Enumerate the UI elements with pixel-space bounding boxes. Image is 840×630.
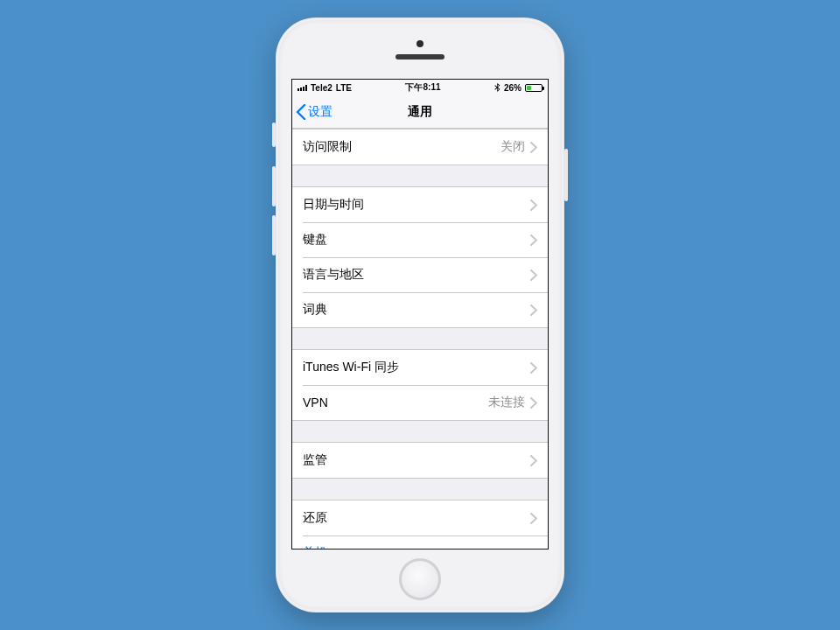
chevron-right-icon <box>530 234 537 246</box>
chevron-right-icon <box>530 142 537 153</box>
row-profiles[interactable]: 监管 <box>292 443 548 478</box>
row-dictionary[interactable]: 词典 <box>292 292 548 327</box>
row-date-time[interactable]: 日期与时间 <box>292 187 548 222</box>
battery-icon <box>525 84 542 92</box>
iphone-device-frame: Tele2 LTE 下午8:11 26% 设置 通用 <box>276 18 564 612</box>
row-restrictions[interactable]: 访问限制 关闭 <box>292 130 548 164</box>
row-label: 监管 <box>303 452 327 468</box>
back-button[interactable]: 设置 <box>292 104 332 120</box>
row-shutdown[interactable]: 关机 <box>292 536 548 549</box>
row-label: 键盘 <box>303 232 327 248</box>
row-label: 日期与时间 <box>303 197 364 213</box>
row-keyboard[interactable]: 键盘 <box>292 222 548 257</box>
row-label: VPN <box>303 396 328 410</box>
row-label: 关机 <box>303 545 327 549</box>
row-language-region[interactable]: 语言与地区 <box>292 257 548 292</box>
row-reset[interactable]: 还原 <box>292 500 548 536</box>
row-label: 语言与地区 <box>303 267 364 283</box>
screen: Tele2 LTE 下午8:11 26% 设置 通用 <box>291 79 549 550</box>
back-label: 设置 <box>308 104 332 120</box>
row-value: 未连接 <box>488 395 537 410</box>
status-right: 26% <box>494 83 542 93</box>
chevron-right-icon <box>530 200 537 211</box>
status-time: 下午8:11 <box>405 81 440 94</box>
network-label: LTE <box>336 83 352 93</box>
row-label: iTunes Wi-Fi 同步 <box>303 360 399 375</box>
row-label: 访问限制 <box>303 139 352 155</box>
chevron-right-icon <box>530 362 537 374</box>
status-left: Tele2 LTE <box>298 83 352 93</box>
group-reset: 还原 关机 <box>292 500 548 549</box>
volume-down-button <box>272 215 276 256</box>
row-label: 还原 <box>303 510 327 526</box>
group-spacer <box>292 165 548 186</box>
battery-percent: 26% <box>504 83 522 93</box>
group-spacer <box>292 421 548 442</box>
group-spacer <box>292 328 548 349</box>
signal-icon <box>298 84 307 91</box>
group-network: iTunes Wi-Fi 同步 VPN 未连接 <box>292 349 548 421</box>
earpiece-speaker <box>396 54 444 60</box>
group-profiles: 监管 <box>292 442 548 479</box>
carrier-label: Tele2 <box>311 83 332 93</box>
row-value: 关闭 <box>500 139 537 155</box>
mute-switch <box>272 122 276 147</box>
chevron-right-icon <box>530 455 537 466</box>
chevron-right-icon <box>530 397 537 409</box>
home-button[interactable] <box>399 558 441 600</box>
chevron-left-icon <box>296 104 306 120</box>
nav-bar: 设置 通用 <box>292 95 548 129</box>
front-camera <box>416 40 424 47</box>
row-itunes-wifi-sync[interactable]: iTunes Wi-Fi 同步 <box>292 350 548 385</box>
group-restrictions: 访问限制 关闭 <box>292 129 548 165</box>
chevron-right-icon <box>530 513 537 524</box>
settings-content: 访问限制 关闭 日期与时间 <box>292 129 548 549</box>
row-value-text: 未连接 <box>488 395 525 410</box>
row-vpn[interactable]: VPN 未连接 <box>292 385 548 420</box>
bluetooth-icon <box>494 83 500 92</box>
group-spacer <box>292 479 548 500</box>
row-value-text: 关闭 <box>500 139 525 155</box>
chevron-right-icon <box>530 304 537 316</box>
group-localization: 日期与时间 键盘 语言与地区 <box>292 186 548 328</box>
volume-up-button <box>272 166 276 206</box>
chevron-right-icon <box>530 270 537 281</box>
row-label: 词典 <box>303 302 327 318</box>
status-bar: Tele2 LTE 下午8:11 26% <box>292 80 548 95</box>
power-button <box>564 149 568 201</box>
